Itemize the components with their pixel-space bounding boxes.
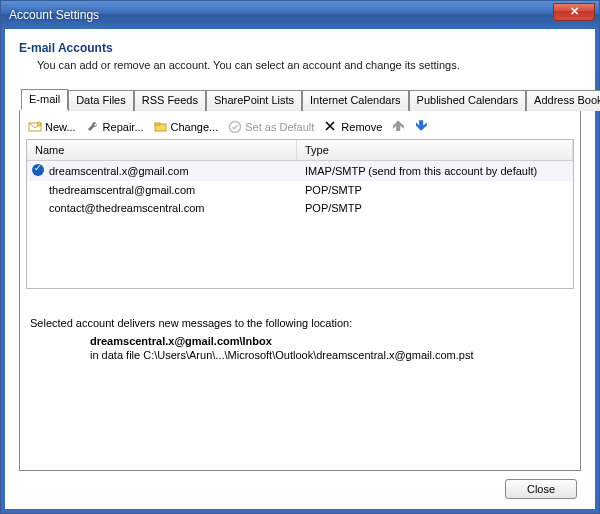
tab-strip: E-mail Data Files RSS Feeds SharePoint L… [19, 89, 581, 111]
new-account-label: New... [45, 121, 76, 133]
section-subheading: You can add or remove an account. You ca… [37, 59, 581, 71]
wrench-icon [86, 120, 100, 134]
titlebar: Account Settings ✕ [1, 1, 599, 29]
tab-panel-email: New... Repair... Change... [19, 110, 581, 471]
set-default-button: Set as Default [228, 120, 314, 134]
close-icon: ✕ [570, 5, 579, 17]
tab-data-files[interactable]: Data Files [68, 90, 134, 111]
account-name: dreamscentral.x@gmail.com [49, 165, 297, 177]
account-type: POP/SMTP [297, 184, 573, 196]
change-account-button[interactable]: Change... [154, 120, 219, 134]
dialog-buttons: Close [19, 471, 581, 499]
accounts-table: Name Type dreamscentral.x@gmail.com IMAP… [26, 139, 574, 289]
remove-account-label: Remove [341, 121, 382, 133]
move-down-button[interactable]: 🡻 [415, 119, 428, 134]
move-up-button: 🡹 [392, 119, 405, 134]
delivery-datafile-path: in data file C:\Users\Arun\...\Microsoft… [90, 349, 574, 361]
account-name: thedreamscentral@gmail.com [49, 184, 297, 196]
account-settings-window: Account Settings ✕ E-mail Accounts You c… [0, 0, 600, 514]
col-header-type[interactable]: Type [297, 140, 573, 160]
check-circle-icon [228, 120, 242, 134]
delivery-info: Selected account delivers new messages t… [26, 317, 574, 361]
col-header-name[interactable]: Name [27, 140, 297, 160]
table-row[interactable]: dreamscentral.x@gmail.com IMAP/SMTP (sen… [27, 161, 573, 181]
remove-account-button[interactable]: Remove [324, 120, 382, 134]
delivery-location: dreamscentral.x@gmail.com\Inbox [90, 335, 574, 347]
repair-account-label: Repair... [103, 121, 144, 133]
delivery-lead: Selected account delivers new messages t… [30, 317, 574, 329]
close-button[interactable]: Close [505, 479, 577, 499]
table-row[interactable]: thedreamscentral@gmail.com POP/SMTP [27, 181, 573, 199]
account-type: IMAP/SMTP (send from this account by def… [297, 165, 573, 177]
account-name: contact@thedreamscentral.com [49, 202, 297, 214]
svg-rect-3 [155, 123, 160, 125]
tab-email[interactable]: E-mail [21, 89, 68, 110]
change-account-label: Change... [171, 121, 219, 133]
account-type: POP/SMTP [297, 202, 573, 214]
envelope-new-icon [28, 120, 42, 134]
svg-point-1 [37, 122, 41, 126]
accounts-toolbar: New... Repair... Change... [26, 116, 574, 139]
window-title: Account Settings [9, 8, 99, 22]
tab-sharepoint-lists[interactable]: SharePoint Lists [206, 90, 302, 111]
tab-internet-calendars[interactable]: Internet Calendars [302, 90, 409, 111]
section-heading: E-mail Accounts [19, 41, 581, 55]
default-account-icon [27, 164, 49, 178]
tab-address-books[interactable]: Address Books [526, 90, 600, 111]
new-account-button[interactable]: New... [28, 120, 76, 134]
close-window-button[interactable]: ✕ [553, 3, 595, 21]
remove-x-icon [324, 120, 338, 134]
table-header: Name Type [27, 140, 573, 161]
table-row[interactable]: contact@thedreamscentral.com POP/SMTP [27, 199, 573, 217]
set-default-label: Set as Default [245, 121, 314, 133]
tab-rss-feeds[interactable]: RSS Feeds [134, 90, 206, 111]
folder-change-icon [154, 120, 168, 134]
dialog-body: E-mail Accounts You can add or remove an… [1, 29, 599, 513]
repair-account-button[interactable]: Repair... [86, 120, 144, 134]
tab-published-calendars[interactable]: Published Calendars [409, 90, 527, 111]
